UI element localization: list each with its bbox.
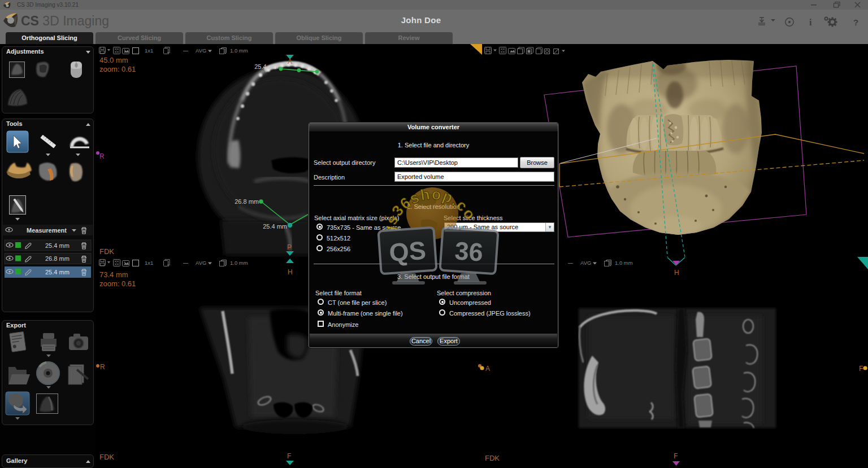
svg-text:25.4 mm: 25.4 mm xyxy=(254,63,279,70)
svg-text:R: R xyxy=(99,152,105,160)
svg-text:25.4 mm: 25.4 mm xyxy=(45,242,70,249)
svg-text:26.8 mm: 26.8 mm xyxy=(235,198,259,205)
svg-text:P: P xyxy=(287,243,292,251)
svg-text:25.4 mm: 25.4 mm xyxy=(45,269,70,275)
svg-text:F: F xyxy=(674,452,678,460)
svg-text:?: ? xyxy=(853,18,858,27)
svg-text:26.8 mm: 26.8 mm xyxy=(45,255,70,262)
svg-text:73.4 mm: 73.4 mm xyxy=(99,270,128,279)
svg-text:A: A xyxy=(288,58,292,65)
svg-text:R: R xyxy=(100,363,105,371)
svg-text:zoom: 0.61: zoom: 0.61 xyxy=(99,279,136,288)
svg-text:FDK: FDK xyxy=(99,247,114,256)
svg-text:zoom: 0.61: zoom: 0.61 xyxy=(99,65,136,73)
svg-text:F: F xyxy=(859,365,863,373)
svg-text:H: H xyxy=(674,269,679,277)
svg-text:FDK: FDK xyxy=(485,454,500,462)
svg-text:H: H xyxy=(288,268,293,276)
svg-text:i: i xyxy=(809,18,812,27)
svg-text:F: F xyxy=(287,452,291,460)
svg-text:25.4 mm: 25.4 mm xyxy=(263,223,287,230)
svg-text:A: A xyxy=(485,365,490,373)
svg-text:Measurement: Measurement xyxy=(27,227,67,234)
svg-text:FDK: FDK xyxy=(99,453,114,461)
svg-text:45.0 mm: 45.0 mm xyxy=(99,56,128,64)
